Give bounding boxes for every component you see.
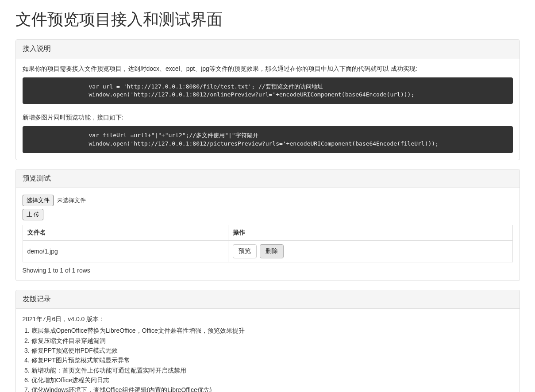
test-panel-heading: 预览测试 <box>16 169 520 188</box>
code-block-1: var url = 'http://127.0.0.1:8080/file/te… <box>23 77 513 104</box>
upload-button[interactable]: 上 传 <box>23 209 44 220</box>
access-panel-body: 如果你的项目需要接入文件预览项目，达到对docx、excel、ppt、jpg等文… <box>16 58 520 160</box>
release-panel-body: 2021年7月6日，v4.0.0 版本 : 底层集成OpenOffice替换为L… <box>16 309 520 392</box>
release-item: 优化增加Office进程关闭日志 <box>31 375 513 385</box>
access-panel-heading: 接入说明 <box>16 40 520 58</box>
release-item: 优化Windows环境下，查找Office组件逻辑(内置的LibreOffice… <box>31 385 513 392</box>
cell-filename: demo/1.jpg <box>23 241 228 262</box>
access-panel: 接入说明 如果你的项目需要接入文件预览项目，达到对docx、excel、ppt、… <box>15 39 520 160</box>
test-panel: 预览测试 选择文件 未选择文件 上 传 文件名 操作 demo/1.jpg <box>15 169 520 281</box>
release-panel: 发版记录 2021年7月6日，v4.0.0 版本 : 底层集成OpenOffic… <box>15 290 520 392</box>
release-item: 底层集成OpenOffice替换为LibreOffice，Office文件兼容性… <box>31 326 513 335</box>
delete-button[interactable]: 删除 <box>260 244 284 258</box>
preview-button[interactable]: 预览 <box>233 244 257 258</box>
file-status-text: 未选择文件 <box>57 197 86 204</box>
col-action: 操作 <box>228 225 512 241</box>
col-filename: 文件名 <box>23 225 228 241</box>
release-panel-heading: 发版记录 <box>16 290 520 309</box>
release-list: 底层集成OpenOffice替换为LibreOffice，Office文件兼容性… <box>23 326 513 392</box>
release-item: 修复PPT预览使用PDF模式无效 <box>31 346 513 355</box>
release-item: 修复PPT图片预览模式前端显示异常 <box>31 355 513 365</box>
pagination-info: Showing 1 to 1 of 1 rows <box>23 267 513 274</box>
release-item: 新增功能：首页文件上传功能可通过配置实时开启或禁用 <box>31 365 513 375</box>
choose-file-button[interactable]: 选择文件 <box>23 195 54 206</box>
test-panel-body: 选择文件 未选择文件 上 传 文件名 操作 demo/1.jpg <box>16 188 520 281</box>
access-intro-1: 如果你的项目需要接入文件预览项目，达到对docx、excel、ppt、jpg等文… <box>23 65 513 73</box>
page-title: 文件预览项目接入和测试界面 <box>15 9 520 31</box>
access-intro-2: 新增多图片同时预览功能，接口如下: <box>23 114 513 122</box>
release-date: 2021年7月6日，v4.0.0 版本 : <box>23 315 513 323</box>
code-block-2: var fileUrl =url1+"|"+"url2";//多文件使用"|"字… <box>23 126 513 153</box>
cell-actions: 预览 删除 <box>228 241 512 262</box>
table-row: demo/1.jpg 预览 删除 <box>23 241 512 262</box>
file-table: 文件名 操作 demo/1.jpg 预览 删除 <box>23 225 513 262</box>
release-item: 修复压缩文件目录穿越漏洞 <box>31 336 513 346</box>
